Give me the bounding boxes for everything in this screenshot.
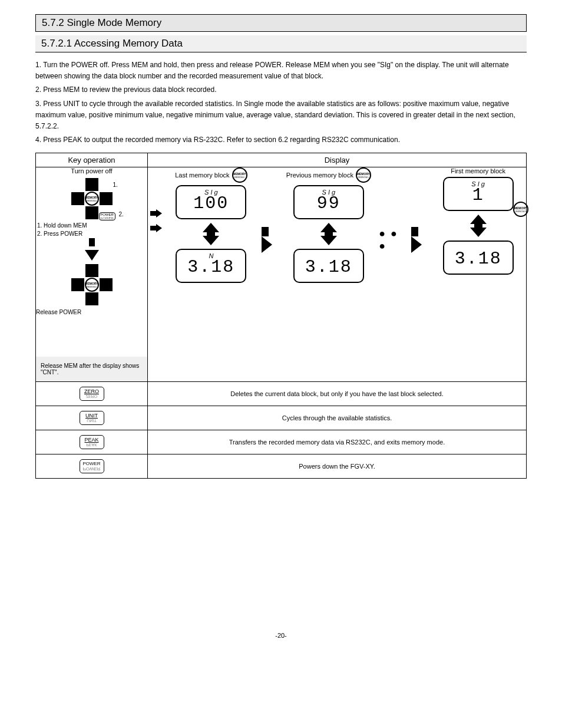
annotation-2: 2. (119, 211, 124, 218)
step-1-label: 1. Hold down MEM (37, 222, 147, 230)
unit-desc: Cycles through the available statistics. (148, 406, 527, 430)
step-2-label: 2. Press POWER (37, 230, 147, 238)
entry-arrows-icon (150, 209, 162, 232)
lcd-block-100: S I g 100 (176, 185, 246, 219)
dpad-icon-2: MEMORYMEMORY (71, 264, 113, 305)
paragraph-1: 1. Turn the POWER off. Press MEM and hol… (35, 60, 527, 82)
header-key-operation: Key operation (36, 153, 148, 167)
power-key-icon: POWERPOWER (80, 459, 104, 473)
first-memory-block: First memory block S I g 1 N 3.18 MEMORY… (430, 167, 526, 275)
annotation-1: 1. (113, 182, 118, 188)
memory-icon: MEMORYMEMORY (356, 167, 371, 183)
lcd-value-318-1: N 3.18 (176, 249, 246, 283)
lcd-value-99: 99 (317, 195, 340, 212)
lcd-value-text: 3.18 (455, 250, 502, 268)
zero-row: ZEROZERO Deletes the current data block,… (36, 382, 527, 406)
paragraph-3: 3. Press UNIT to cycle through the avail… (35, 98, 527, 133)
updown-arrow-icon (320, 223, 337, 245)
peak-row: PEAKPEAK Transfers the recorded memory d… (36, 430, 527, 454)
memory-button-icon: MEMORYMEMORY (85, 192, 99, 206)
header-display: Display (148, 153, 527, 167)
ellipsis-icon: ● ● ● (379, 228, 408, 252)
lcd-value-text: 3.18 (305, 258, 352, 276)
unit-row: UNITUNIT Cycles through the available st… (36, 406, 527, 430)
down-arrow-icon (36, 238, 147, 261)
lcd-value-318-2: N 3.18 (293, 249, 364, 283)
peak-desc: Transfers the recorded memory data via R… (148, 430, 527, 454)
section-5-7-2-header: 5.7.2 Single Mode Memory (35, 14, 527, 32)
release-mem-note: Release MEM after the display shows "CNT… (36, 357, 147, 381)
turn-power-off-label: Turn power off (36, 167, 147, 174)
unit-key-icon: UNITUNIT (80, 411, 104, 425)
lcd-value-1: 1 (472, 186, 484, 204)
operation-display-table: Key operation Display Turn power off MEM… (35, 153, 527, 479)
lcd-value-text: 3.18 (187, 258, 234, 276)
key-operation-cell: Turn power off MEMORYMEMORY POWERPOWER 1… (36, 167, 148, 382)
right-arrow-icon (411, 227, 428, 253)
prev-block-label: Previous memory block (286, 172, 353, 179)
release-power-label: Release POWER (36, 309, 147, 315)
zero-key-icon: ZEROZERO (80, 387, 104, 401)
last-block-label: Last memory block (175, 172, 229, 179)
previous-memory-block: Previous memory block MEMORYMEMORY S I g… (280, 167, 376, 283)
paragraph-4: 4. Press PEAK to output the recorded mem… (35, 134, 527, 146)
updown-arrow-icon (203, 223, 219, 245)
zero-desc: Deletes the current data block, but only… (148, 382, 527, 406)
memory-icon: MEMORYMEMORY (513, 202, 528, 217)
power-desc: Powers down the FGV-XY. (148, 454, 527, 479)
power-button-icon: POWERPOWER (99, 212, 115, 220)
lcd-block-99: S I g 99 (293, 185, 364, 219)
lcd-value-100: 100 (193, 195, 229, 212)
updown-arrow-icon (470, 215, 487, 237)
memory-button-icon-2: MEMORYMEMORY (85, 278, 99, 292)
last-memory-block: Last memory block MEMORYMEMORY S I g 100… (163, 167, 259, 283)
display-cell: Last memory block MEMORYMEMORY S I g 100… (148, 167, 527, 382)
right-arrow-icon (262, 227, 279, 253)
memory-icon: MEMORYMEMORY (232, 167, 247, 183)
lcd-block-1: S I g 1 (443, 177, 514, 211)
power-row: POWERPOWER Powers down the FGV-XY. (36, 454, 527, 479)
paragraph-2: 2. Press MEM to review the previous data… (35, 84, 527, 95)
first-block-label: First memory block (451, 167, 505, 174)
lcd-value-318-3: N 3.18 (443, 241, 514, 275)
page-number: -20- (35, 632, 527, 639)
section-5-7-2-1-header: 5.7.2.1 Accessing Memory Data (35, 35, 527, 52)
peak-key-icon: PEAKPEAK (80, 435, 104, 449)
